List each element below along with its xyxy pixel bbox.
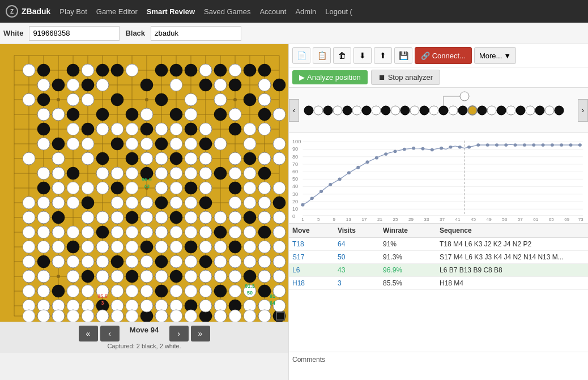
svg-point-225 (258, 211, 271, 224)
svg-point-76 (140, 123, 153, 135)
more-button[interactable]: More... ▼ (474, 47, 516, 64)
nav-smart-review[interactable]: Smart Review (147, 7, 195, 16)
svg-point-198 (199, 182, 212, 194)
board-svg: 96.9 43 85.5 3 91.3 50 91 64 (0, 44, 288, 322)
nav-account[interactable]: Account (259, 7, 286, 16)
table-row[interactable]: S17 50 91.3% S17 M4 L6 K3 J3 K4 J4 N2 N1… (289, 251, 588, 264)
svg-point-92 (111, 182, 123, 194)
svg-text:33: 33 (424, 217, 430, 221)
svg-point-357 (449, 106, 458, 115)
svg-point-293 (199, 285, 212, 297)
white-input[interactable] (29, 26, 120, 41)
svg-point-259 (82, 255, 94, 268)
svg-point-221 (185, 211, 197, 224)
svg-point-220 (155, 211, 168, 224)
svg-point-118 (52, 285, 65, 297)
svg-point-315 (67, 310, 79, 322)
copy-button[interactable]: 📋 (313, 47, 331, 64)
svg-point-211 (229, 197, 241, 209)
svg-point-417 (523, 143, 526, 147)
nav-play-bot[interactable]: Play Bot (59, 7, 87, 16)
svg-point-423 (578, 143, 582, 147)
svg-point-249 (155, 241, 168, 253)
svg-point-408 (440, 147, 443, 150)
svg-point-368 (555, 106, 564, 115)
first-move-button[interactable]: « (79, 326, 98, 341)
svg-text:85.5: 85.5 (97, 293, 108, 299)
board-container[interactable]: 96.9 43 85.5 3 91.3 50 91 64 (0, 44, 288, 322)
svg-point-70 (126, 108, 138, 121)
tree-scroll-right-button[interactable]: › (578, 99, 588, 122)
download-button[interactable]: ⬇ (353, 47, 372, 64)
tree-scroll-left-button[interactable]: ‹ (289, 99, 299, 122)
last-move-button[interactable]: » (191, 326, 210, 341)
svg-point-318 (111, 310, 123, 322)
svg-point-317 (96, 310, 109, 322)
svg-point-206 (111, 197, 123, 209)
svg-point-192 (67, 182, 79, 194)
table-header: Move Visits Winrate Sequence (289, 224, 588, 238)
prev-move-button[interactable]: ‹ (100, 326, 120, 341)
nav-game-editor[interactable]: Game Editor (96, 7, 138, 16)
svg-point-233 (126, 226, 138, 238)
svg-point-67 (244, 93, 256, 106)
svg-point-164 (140, 138, 153, 150)
svg-point-216 (82, 211, 94, 224)
svg-point-195 (126, 182, 138, 194)
svg-point-194 (96, 182, 109, 194)
svg-point-255 (273, 241, 286, 253)
black-input[interactable] (151, 26, 241, 41)
stop-analyzer-button[interactable]: ⏹ Stop analyzer (371, 70, 441, 85)
svg-point-189 (229, 167, 241, 180)
comments-section: Comments (289, 352, 588, 380)
svg-point-174 (155, 152, 168, 165)
delete-button[interactable]: 🗑 (333, 47, 351, 64)
connect-label: Connect... (432, 52, 466, 60)
svg-point-402 (384, 152, 387, 156)
svg-point-143 (214, 93, 227, 106)
analyze-position-button[interactable]: ▶ Analyze position (292, 70, 368, 84)
move-tree[interactable]: ‹ (289, 88, 588, 133)
table-row[interactable]: H18 3 85.5% H18 M4 (289, 277, 588, 290)
svg-point-89 (214, 167, 227, 180)
svg-point-419 (541, 143, 544, 147)
svg-point-366 (535, 106, 544, 115)
svg-point-415 (504, 143, 508, 147)
table-row[interactable]: T18 64 91% T18 M4 L6 K3 J2 K2 J4 N2 P2 (289, 238, 588, 251)
nav-admin[interactable]: Admin (295, 7, 316, 16)
svg-point-268 (258, 255, 271, 268)
svg-point-56 (244, 64, 256, 76)
svg-point-352 (439, 106, 448, 115)
svg-point-339 (314, 106, 323, 115)
nav-logout[interactable]: Logout ( (325, 7, 352, 16)
nav-saved-games[interactable]: Saved Games (204, 7, 250, 16)
svg-text:29: 29 (408, 217, 414, 221)
row-sequence-1: S17 M4 L6 K3 J3 K4 J4 N2 N14 N13 M... (440, 253, 585, 261)
svg-point-117 (244, 270, 256, 283)
svg-point-77 (185, 123, 197, 135)
svg-point-241 (273, 226, 286, 238)
white-label: White (3, 29, 23, 37)
svg-point-121 (258, 285, 271, 297)
svg-point-191 (52, 182, 65, 194)
svg-point-65 (111, 93, 123, 106)
new-game-button[interactable]: 📄 (292, 47, 310, 64)
row-move-3: H18 (292, 279, 338, 287)
connect-button[interactable]: 🔗 Connect... (415, 47, 472, 64)
next-move-button[interactable]: › (169, 326, 189, 341)
upload-button[interactable]: ⬆ (374, 47, 392, 64)
svg-point-64 (37, 93, 50, 106)
board-navigation: « ‹ Move 94 › » Captured: 2 black, 2 whi… (0, 322, 288, 353)
table-row[interactable]: L6 43 96.9% L6 B7 B13 B9 C8 B8 (289, 264, 588, 277)
svg-text:61: 61 (533, 217, 538, 221)
svg-point-219 (140, 211, 153, 224)
svg-point-210 (185, 197, 197, 209)
svg-point-202 (23, 197, 35, 209)
svg-point-107 (140, 241, 153, 253)
svg-point-395 (319, 190, 323, 193)
svg-point-53 (170, 64, 182, 76)
svg-point-84 (126, 152, 138, 165)
svg-point-418 (532, 143, 535, 147)
save-button[interactable]: 💾 (394, 47, 412, 64)
svg-point-147 (140, 108, 153, 121)
